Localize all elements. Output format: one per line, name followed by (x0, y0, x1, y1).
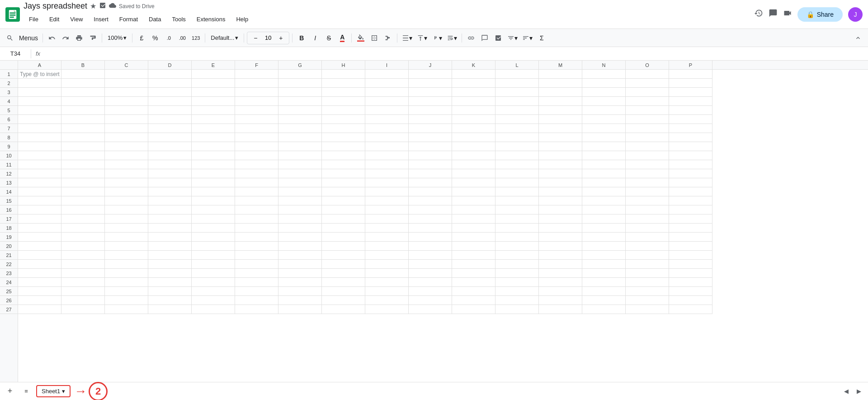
cell-G8[interactable] (278, 133, 322, 142)
cell-I26[interactable] (365, 296, 409, 305)
cell-C14[interactable] (105, 187, 148, 196)
cell-P1[interactable] (669, 70, 712, 79)
cell-O1[interactable] (626, 70, 669, 79)
cell-K6[interactable] (452, 115, 495, 124)
cell-L27[interactable] (495, 305, 539, 314)
cell-D8[interactable] (148, 133, 192, 142)
cell-H8[interactable] (322, 133, 365, 142)
cell-E2[interactable] (192, 79, 235, 88)
row-num-25[interactable]: 25 (0, 287, 18, 296)
cell-P20[interactable] (669, 242, 712, 251)
cell-K2[interactable] (452, 79, 495, 88)
col-header-k[interactable]: K (452, 61, 495, 69)
cell-A13[interactable] (18, 178, 61, 187)
cell-G26[interactable] (278, 296, 322, 305)
cell-P12[interactable] (669, 169, 712, 178)
cell-B1[interactable] (61, 70, 105, 79)
cell-M15[interactable] (539, 196, 582, 205)
cell-N17[interactable] (582, 214, 626, 224)
cell-L19[interactable] (495, 233, 539, 242)
cell-C17[interactable] (105, 214, 148, 224)
cell-A25[interactable] (18, 287, 61, 296)
cell-N19[interactable] (582, 233, 626, 242)
cell-F24[interactable] (235, 278, 278, 287)
cell-G23[interactable] (278, 269, 322, 278)
cell-P4[interactable] (669, 97, 712, 106)
row-num-13[interactable]: 13 (0, 178, 18, 187)
cell-N13[interactable] (582, 178, 626, 187)
cell-H19[interactable] (322, 233, 365, 242)
cell-K15[interactable] (452, 196, 495, 205)
cell-J3[interactable] (409, 88, 452, 97)
cell-M12[interactable] (539, 169, 582, 178)
cell-P5[interactable] (669, 106, 712, 115)
cell-P2[interactable] (669, 79, 712, 88)
cell-C5[interactable] (105, 106, 148, 115)
cell-H2[interactable] (322, 79, 365, 88)
cell-D27[interactable] (148, 305, 192, 314)
cell-O10[interactable] (626, 151, 669, 160)
cell-M9[interactable] (539, 142, 582, 151)
increase-font-size-button[interactable]: + (274, 32, 287, 44)
cell-E25[interactable] (192, 287, 235, 296)
cell-D15[interactable] (148, 196, 192, 205)
cell-C3[interactable] (105, 88, 148, 97)
cell-P3[interactable] (669, 88, 712, 97)
cell-B11[interactable] (61, 160, 105, 169)
cell-G17[interactable] (278, 214, 322, 224)
row-num-22[interactable]: 22 (0, 260, 18, 269)
cell-J17[interactable] (409, 214, 452, 224)
cell-C4[interactable] (105, 97, 148, 106)
cell-O19[interactable] (626, 233, 669, 242)
cell-N20[interactable] (582, 242, 626, 251)
cell-H22[interactable] (322, 260, 365, 269)
col-header-f[interactable]: F (235, 61, 278, 69)
row-num-5[interactable]: 5 (0, 106, 18, 115)
cell-M17[interactable] (539, 214, 582, 224)
col-header-b[interactable]: B (61, 61, 105, 69)
cell-F8[interactable] (235, 133, 278, 142)
cell-H25[interactable] (322, 287, 365, 296)
row-num-1[interactable]: 1 (0, 70, 18, 79)
cell-D22[interactable] (148, 260, 192, 269)
percent-button[interactable]: % (149, 32, 161, 44)
cell-C9[interactable] (105, 142, 148, 151)
row-num-14[interactable]: 14 (0, 187, 18, 196)
cell-J6[interactable] (409, 115, 452, 124)
cell-H7[interactable] (322, 124, 365, 133)
col-header-i[interactable]: I (365, 61, 409, 69)
cell-G27[interactable] (278, 305, 322, 314)
row-num-19[interactable]: 19 (0, 233, 18, 242)
cell-P21[interactable] (669, 251, 712, 260)
cell-A23[interactable] (18, 269, 61, 278)
cell-N11[interactable] (582, 160, 626, 169)
cell-P6[interactable] (669, 115, 712, 124)
sheet1-tab[interactable]: Sheet1 ▾ (36, 385, 71, 397)
version-history-icon[interactable] (754, 9, 763, 20)
cell-N4[interactable] (582, 97, 626, 106)
cell-E13[interactable] (192, 178, 235, 187)
cell-D9[interactable] (148, 142, 192, 151)
col-header-p[interactable]: P (669, 61, 712, 69)
cell-G13[interactable] (278, 178, 322, 187)
cell-I22[interactable] (365, 260, 409, 269)
cell-I4[interactable] (365, 97, 409, 106)
cell-D12[interactable] (148, 169, 192, 178)
cell-G4[interactable] (278, 97, 322, 106)
cell-N5[interactable] (582, 106, 626, 115)
cell-N16[interactable] (582, 205, 626, 214)
col-header-e[interactable]: E (192, 61, 235, 69)
horizontal-align-button[interactable]: ▾ (400, 32, 414, 44)
cell-K16[interactable] (452, 205, 495, 214)
cell-K3[interactable] (452, 88, 495, 97)
cell-M26[interactable] (539, 296, 582, 305)
cell-K27[interactable] (452, 305, 495, 314)
row-num-2[interactable]: 2 (0, 79, 18, 88)
row-num-27[interactable]: 27 (0, 305, 18, 314)
cell-I9[interactable] (365, 142, 409, 151)
cell-C6[interactable] (105, 115, 148, 124)
menu-insert[interactable]: Insert (88, 14, 114, 24)
cell-G12[interactable] (278, 169, 322, 178)
cell-H11[interactable] (322, 160, 365, 169)
cell-N27[interactable] (582, 305, 626, 314)
